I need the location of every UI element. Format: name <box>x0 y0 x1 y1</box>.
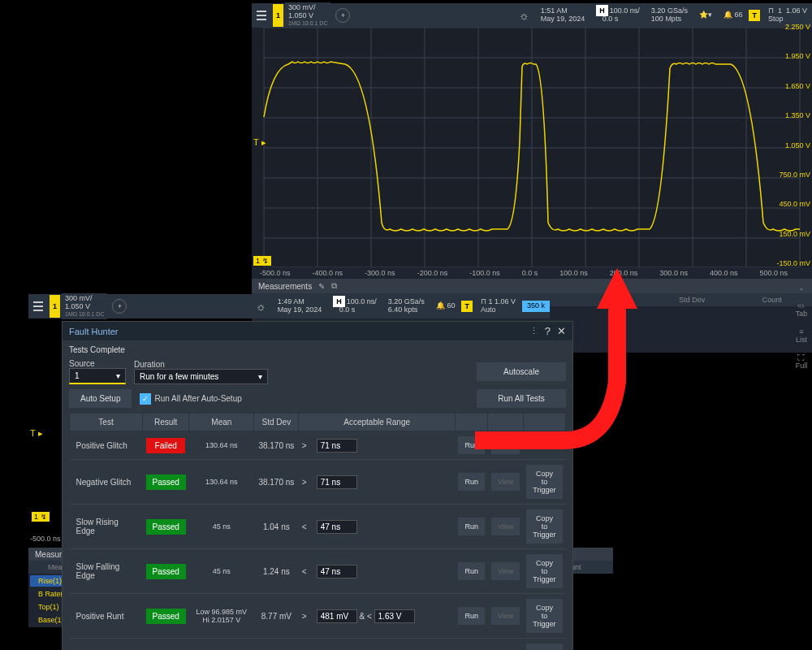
zone-trigger[interactable]: ⭐▾ <box>694 10 717 21</box>
mean-value: 130.64 ns <box>189 431 254 460</box>
channel-info[interactable]: 300 mV/1.050 V 1MΩ 10:0.1 DC <box>285 2 330 28</box>
test-name: Negative Runt <box>70 639 143 651</box>
x-axis-labels: -500.0 ns-400.0 ns-300.0 ns-200.0 ns-100… <box>252 267 812 279</box>
test-name: Positive Runt <box>70 594 143 639</box>
trigger-info[interactable]: ⊓ 1 1.06 VAuto <box>476 297 520 316</box>
source-label: Source <box>69 359 126 368</box>
menu-icon[interactable] <box>28 297 48 316</box>
list-view-icon[interactable]: ≡List <box>796 327 807 344</box>
bottom-toolbar: 1 300 mV/1.050 V 1MΩ 10:0.1 DC + ☼ 1:49 … <box>28 294 550 318</box>
full-view-icon[interactable]: ⛶Full <box>796 353 808 370</box>
copy-trigger-button[interactable]: Copy to Trigger <box>526 554 562 588</box>
range-low-input[interactable] <box>317 439 357 453</box>
edit-icon[interactable]: ✎ <box>318 282 325 291</box>
run-button[interactable]: Run <box>458 436 485 454</box>
horizontal-info[interactable]: H100.0 ns/ 0.0 s <box>591 6 645 25</box>
std-value: 38.170 ns <box>254 460 299 505</box>
test-name: Positive Glitch <box>70 431 143 460</box>
acquisition-info[interactable]: 3.20 GSa/s100 Mpts <box>646 6 693 25</box>
range-low-input[interactable] <box>317 475 357 489</box>
test-name: Negative Glitch <box>70 460 143 505</box>
table-row: Positive Glitch Failed 130.64 ns 38.170 … <box>70 431 566 460</box>
x-left-label: -500.0 ns <box>30 535 61 543</box>
dialog-title: Fault Hunter <box>69 327 119 336</box>
channel-info[interactable]: 300 mV/1.050 V 1MΩ 10:0.1 DC <box>62 293 107 318</box>
collapse-icon[interactable]: ⌄ <box>798 284 805 292</box>
std-value: 8.77 mV <box>254 594 299 639</box>
acquisition-info[interactable]: 3.20 GSa/s6.40 kpts <box>383 297 430 316</box>
copy-trigger-button[interactable]: Copy to Trigger <box>526 644 562 650</box>
mean-value: 45 ns <box>189 505 254 549</box>
brightness-icon[interactable]: ☼ <box>256 300 266 313</box>
trigger-marker: T ▸ <box>30 428 43 439</box>
trigger-range[interactable]: 350 k <box>522 301 550 312</box>
duration-select[interactable]: Run for a few minutes▾ <box>134 369 268 384</box>
copy-trigger-button[interactable]: Copy to Trigger <box>526 509 562 544</box>
mean-value: Low 96.985 mV Hi 2.0157 V <box>189 639 254 651</box>
mean-value: Low 96.985 mV Hi 2.0157 V <box>189 594 254 639</box>
std-value: 6.56 mV <box>254 639 299 651</box>
alerts[interactable]: 🔔 60 <box>431 301 460 312</box>
source-select[interactable]: 1▾ <box>69 368 126 384</box>
brightness-icon[interactable]: ☼ <box>519 9 529 22</box>
close-icon[interactable]: ✕ <box>557 325 566 337</box>
auto-setup-button[interactable]: Auto Setup <box>69 389 132 408</box>
menu-icon[interactable] <box>252 6 271 25</box>
range-low-input[interactable] <box>317 565 357 578</box>
duration-label: Duration <box>134 360 268 369</box>
channel-ground-badge[interactable]: 1 ↯ <box>253 256 271 266</box>
range-low-input[interactable] <box>317 609 357 623</box>
mean-value: 130.64 ns <box>189 460 254 505</box>
result-badge: Passed <box>146 564 186 579</box>
channel-ground-badge[interactable]: 1 ↯ <box>32 512 50 522</box>
result-badge: Passed <box>146 609 186 624</box>
more-icon[interactable]: ⋮ <box>529 326 538 336</box>
run-all-after-checkbox[interactable]: ✓Run All After Auto-Setup <box>140 393 241 405</box>
trigger-marker: T ▸ <box>253 137 266 148</box>
table-row: Slow Falling Edge Passed 45 ns 1.24 ns <… <box>70 549 566 594</box>
result-badge: Passed <box>146 474 186 490</box>
copy-trigger-button[interactable]: Copy to Trigger <box>526 599 562 633</box>
run-button[interactable]: Run <box>458 562 485 580</box>
trigger-badge[interactable]: T <box>749 10 760 21</box>
view-button: View <box>491 607 520 625</box>
run-button[interactable]: Run <box>458 518 485 535</box>
std-value: 38.170 ns <box>254 431 299 460</box>
autoscale-button[interactable]: Autoscale <box>477 362 566 381</box>
waveform-display[interactable]: T ▸ 1 ↯ 2.250 V1.950 V1.650 V1.350 V1.05… <box>252 28 812 267</box>
channel-badge[interactable]: 1 <box>50 295 60 318</box>
alerts[interactable]: 🔔 66 <box>719 10 748 21</box>
view-button: View <box>491 473 520 491</box>
table-row: Negative Glitch Passed 130.64 ns 38.170 … <box>70 460 566 505</box>
top-toolbar: 1 300 mV/1.050 V 1MΩ 10:0.1 DC + ☼ 1:51 … <box>252 3 812 28</box>
run-button[interactable]: Run <box>458 607 485 625</box>
side-toolbar-top: ⌄ ▭Tab ≡List ⛶Full <box>791 284 812 370</box>
channel-badge[interactable]: 1 <box>273 4 283 27</box>
mean-value: 45 ns <box>189 549 254 594</box>
run-button[interactable]: Run <box>458 473 485 491</box>
help-icon[interactable]: ? <box>545 325 551 337</box>
fault-hunter-dialog: Fault Hunter ⋮ ? ✕ Tests Complete Source… <box>62 321 573 650</box>
trigger-badge[interactable]: T <box>461 301 473 312</box>
tab-view-icon[interactable]: ▭Tab <box>796 301 808 318</box>
std-value: 1.04 ns <box>254 505 299 549</box>
std-value: 1.24 ns <box>254 549 299 594</box>
run-all-tests-button[interactable]: Run All Tests <box>477 389 566 408</box>
table-row: Positive Runt Passed Low 96.985 mV Hi 2.… <box>70 594 566 639</box>
test-table: Test Result Mean Std Dev Acceptable Rang… <box>69 413 566 650</box>
test-name: Slow Rising Edge <box>70 505 143 549</box>
copy-trigger-button[interactable]: Copy to Trigger <box>526 465 562 499</box>
horizontal-info[interactable]: H100.0 ns/ 0.0 s <box>328 297 382 316</box>
dialog-titlebar[interactable]: Fault Hunter ⋮ ? ✕ <box>63 322 572 340</box>
add-channel-icon[interactable]: + <box>335 8 350 23</box>
clock-info: 1:49 AMMay 19, 2024 <box>273 297 327 316</box>
view-button[interactable]: View <box>491 436 520 454</box>
result-badge: Passed <box>146 519 186 535</box>
range-low-input[interactable] <box>317 520 357 534</box>
view-button: View <box>491 518 520 535</box>
popout-icon[interactable]: ⧉ <box>331 281 337 291</box>
y-axis-labels: 2.250 V1.950 V1.650 V1.350 V1.050 V750.0… <box>776 24 812 267</box>
range-high-input[interactable] <box>374 609 415 623</box>
measurement-title: Measurements <box>258 282 312 291</box>
add-channel-icon[interactable]: + <box>112 299 127 314</box>
